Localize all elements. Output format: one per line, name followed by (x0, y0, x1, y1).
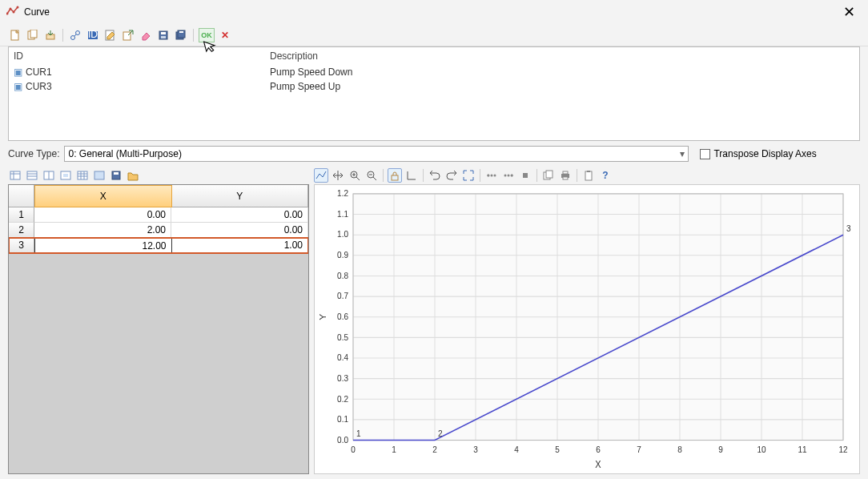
copy-chart-icon[interactable] (541, 168, 556, 183)
link-icon[interactable] (68, 28, 82, 42)
new-icon[interactable] (8, 28, 22, 42)
svg-text:0.7: 0.7 (337, 292, 348, 300)
row-number[interactable]: 1 (9, 207, 34, 223)
undo-icon[interactable] (428, 168, 442, 183)
toolbar-separator (480, 169, 480, 182)
svg-text:3: 3 (473, 445, 478, 453)
erase-icon[interactable] (139, 28, 153, 42)
toolbar-separator (62, 29, 63, 42)
svg-text:1: 1 (356, 429, 361, 438)
grid-tool-icon[interactable] (92, 168, 106, 183)
toolbar-separator (193, 29, 194, 42)
grid-cell-y[interactable]: 0.00 (171, 207, 308, 223)
data-panel: X Y 1 0.00 0.002 2.00 0.003 12.00 1.00 (8, 167, 309, 474)
curve-type-select[interactable]: 0: General (Multi-Purpose) ▾ (64, 146, 689, 162)
svg-text:?: ? (602, 170, 608, 181)
svg-text:0.9: 0.9 (337, 251, 348, 260)
svg-text:0.5: 0.5 (337, 332, 348, 341)
print-icon[interactable] (558, 168, 573, 183)
table-row[interactable]: 3 12.00 1.00 (9, 238, 308, 253)
svg-line-46 (373, 177, 376, 180)
grid-cell-x[interactable]: 12.00 (34, 238, 172, 253)
svg-text:X: X (595, 460, 601, 470)
svg-marker-16 (143, 33, 150, 40)
svg-point-54 (504, 175, 507, 177)
stop-icon[interactable] (518, 168, 532, 183)
clipboard-icon[interactable] (581, 168, 596, 183)
pan-icon[interactable] (331, 168, 345, 183)
list-item[interactable]: ▣CUR1 (9, 65, 265, 79)
transpose-label: Transpose Display Axes (713, 148, 816, 159)
grid-tool-icon[interactable] (25, 168, 39, 183)
svg-text:Y: Y (318, 313, 327, 320)
save-grid-icon[interactable] (109, 168, 123, 183)
svg-text:0.3: 0.3 (337, 374, 348, 383)
svg-point-55 (508, 175, 510, 177)
folder-icon: ▣ (14, 66, 22, 78)
svg-rect-63 (585, 171, 592, 180)
grid-tool-icon[interactable] (58, 168, 73, 183)
svg-line-42 (356, 177, 360, 180)
grid-cell-x[interactable]: 2.00 (34, 223, 171, 238)
chevron-down-icon: ▾ (680, 148, 685, 159)
save-icon[interactable] (156, 28, 171, 42)
row-number[interactable]: 3 (9, 238, 34, 253)
svg-text:2: 2 (438, 429, 443, 438)
list-header-desc: Description (265, 47, 859, 65)
table-row[interactable]: 2 2.00 0.00 (9, 223, 308, 238)
open-folder-icon[interactable] (126, 168, 140, 183)
svg-rect-23 (10, 171, 20, 179)
transpose-checkbox[interactable] (700, 149, 710, 159)
grid-corner[interactable] (9, 185, 34, 207)
grid-col-y[interactable]: Y (172, 185, 309, 207)
svg-rect-18 (161, 32, 166, 34)
import-icon[interactable] (43, 28, 58, 42)
grid-tool-icon[interactable] (8, 168, 22, 183)
grid-tool-icon[interactable] (42, 168, 56, 183)
close-window-button[interactable]: ✕ (837, 3, 862, 21)
svg-rect-48 (392, 175, 398, 180)
cancel-button[interactable]: ✕ (218, 30, 232, 41)
list-item-id: CUR1 (26, 66, 52, 78)
svg-text:1.2: 1.2 (337, 189, 348, 198)
step-back-icon[interactable] (484, 168, 499, 183)
svg-line-11 (74, 34, 76, 36)
fit-icon[interactable] (461, 168, 476, 183)
lock-axis-icon[interactable] (388, 168, 402, 183)
save-all-icon[interactable] (174, 28, 188, 42)
chart-panel: ? 01234567891011120.00.10.20.30.40.50.60… (314, 167, 860, 474)
chart-line-icon[interactable] (314, 168, 328, 183)
edit-icon[interactable] (103, 28, 118, 42)
step-fwd-icon[interactable] (501, 168, 516, 183)
svg-text:10: 10 (757, 445, 766, 453)
curve-type-value: 0: General (Multi-Purpose) (68, 148, 181, 159)
zoom-in-icon[interactable] (348, 168, 362, 183)
table-row[interactable]: 1 0.00 0.00 (9, 207, 308, 223)
grid-cell-y[interactable]: 1.00 (172, 238, 309, 253)
grid-col-x[interactable]: X (34, 185, 172, 207)
row-number[interactable]: 2 (9, 223, 34, 238)
svg-text:0.2: 0.2 (337, 394, 348, 403)
svg-text:0.8: 0.8 (337, 271, 348, 280)
axis-icon[interactable] (404, 168, 419, 183)
external-icon[interactable] (121, 28, 135, 42)
ok-button[interactable]: OK (199, 28, 215, 42)
list-header-id: ID (9, 47, 265, 65)
grid-cell-x[interactable]: 0.00 (34, 207, 171, 223)
redo-icon[interactable] (444, 168, 459, 183)
svg-point-3 (17, 6, 19, 8)
copy-icon[interactable] (26, 28, 40, 42)
list-item[interactable]: ▣CUR3 (9, 79, 265, 94)
main-toolbar: ID OK ✕ (0, 24, 868, 46)
help-icon[interactable]: ? (598, 168, 613, 183)
svg-rect-19 (161, 36, 166, 38)
svg-text:9: 9 (718, 445, 723, 453)
grid-tool-icon[interactable] (75, 168, 90, 183)
svg-rect-15 (123, 32, 131, 40)
chart-area[interactable]: 01234567891011120.00.10.20.30.40.50.60.7… (314, 184, 860, 474)
grid-cell-y[interactable]: 0.00 (171, 223, 308, 238)
id-icon[interactable]: ID (86, 28, 100, 42)
zoom-out-icon[interactable] (364, 168, 379, 183)
data-grid[interactable]: X Y 1 0.00 0.002 2.00 0.003 12.00 1.00 (8, 184, 309, 474)
titlebar: Curve ✕ (0, 0, 868, 24)
